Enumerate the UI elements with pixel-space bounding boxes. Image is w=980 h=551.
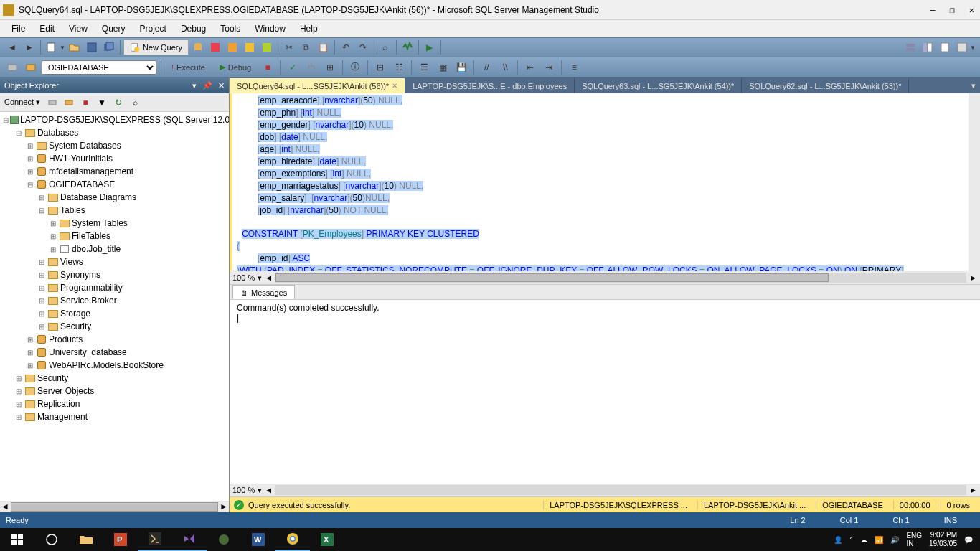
template-explorer-button[interactable] xyxy=(937,39,953,55)
results-text-button[interactable]: ☰ xyxy=(416,60,432,75)
xmla-query-button[interactable] xyxy=(259,39,275,55)
save-button[interactable] xyxy=(84,39,100,55)
tree-management[interactable]: ⊞Management xyxy=(0,410,229,423)
stop-icon[interactable]: ■ xyxy=(78,95,93,110)
start-button[interactable] xyxy=(0,528,34,551)
save-all-button[interactable] xyxy=(101,39,117,55)
people-icon[interactable]: 👤 xyxy=(834,536,842,544)
display-plan-button[interactable] xyxy=(303,60,319,75)
tree-university[interactable]: ⊞University_database xyxy=(0,346,229,359)
results-file-button[interactable]: 💾 xyxy=(453,60,469,75)
debug-button[interactable]: ▶ Debug xyxy=(214,60,257,75)
tree-jobtitle[interactable]: ⊞dbo.Job_title xyxy=(0,242,229,255)
clock[interactable]: 9:02 PM19/03/05 xyxy=(929,531,957,548)
wifi-icon[interactable]: 📶 xyxy=(875,536,883,544)
database-selector[interactable]: OGIEDATABASE xyxy=(42,60,156,75)
menu-query[interactable]: Query xyxy=(96,22,131,35)
menu-file[interactable]: File xyxy=(6,22,31,35)
tree-system-databases[interactable]: ⊞System Databases xyxy=(0,139,229,152)
include-stats-button[interactable]: ☷ xyxy=(391,60,407,75)
menu-debug[interactable]: Debug xyxy=(175,22,212,35)
editor-hscroll[interactable] xyxy=(275,273,966,283)
nav-fwd-button[interactable]: ► xyxy=(22,39,37,55)
paste-button[interactable]: 📋 xyxy=(316,39,331,55)
tab-overflow-icon[interactable]: ▾ xyxy=(967,78,980,93)
find-button[interactable]: ⌕ xyxy=(377,39,393,55)
tree-serverobj[interactable]: ⊞Server Objects xyxy=(0,385,229,397)
connect-icon[interactable] xyxy=(45,95,60,110)
tab-query62[interactable]: SQLQuery62.sql - L...SG5JEJK\Ankit (53))… xyxy=(742,78,909,93)
activity-monitor-button[interactable] xyxy=(400,39,415,55)
redo-button[interactable]: ↷ xyxy=(355,39,371,55)
close-button[interactable]: ✕ xyxy=(969,5,974,15)
search-icon[interactable]: ⌕ xyxy=(128,95,142,110)
analysis-query-button[interactable] xyxy=(207,39,223,55)
tree-filetables[interactable]: ⊞FileTables xyxy=(0,230,229,242)
tree-programmability[interactable]: ⊞Programmability xyxy=(0,281,229,294)
tree-synonyms[interactable]: ⊞Synonyms xyxy=(0,268,229,281)
messages-tab[interactable]: 🗎Messages xyxy=(232,285,295,299)
change-connection-button[interactable] xyxy=(4,60,20,75)
disconnect-icon[interactable] xyxy=(62,95,76,110)
registered-servers-button[interactable] xyxy=(903,39,918,55)
available-db-button[interactable] xyxy=(23,60,39,75)
messages-output[interactable]: Command(s) completed successfully. | xyxy=(230,300,980,484)
tree-webapi[interactable]: ⊞WebAPIRc.Models.BookStore xyxy=(0,359,229,372)
tree-tables[interactable]: ⊟Tables xyxy=(0,204,229,217)
code-content[interactable]: [emp_areacode] [nvarchar](50) NULL, [emp… xyxy=(232,93,969,271)
decrease-indent-button[interactable]: ⇤ xyxy=(522,60,538,75)
panel-dropdown-icon[interactable]: ▾ xyxy=(192,81,197,90)
refresh-icon[interactable]: ↻ xyxy=(111,95,126,110)
chrome-task[interactable] xyxy=(275,528,310,551)
parse-button[interactable]: ✓ xyxy=(285,60,301,75)
start-button[interactable]: ▶ xyxy=(422,39,438,55)
tray-chevron-icon[interactable]: ˄ xyxy=(849,536,853,544)
tab-employees[interactable]: LAPTOP-DSG5JEJK\S...E - dbo.Employees xyxy=(405,78,575,93)
new-project-button[interactable] xyxy=(44,39,60,55)
maximize-button[interactable]: ❐ xyxy=(950,5,955,15)
panel-close-icon[interactable]: ✕ xyxy=(218,81,225,90)
tree-databases[interactable]: ⊟Databases xyxy=(0,126,229,139)
tree-server-root[interactable]: ⊟LAPTOP-DSG5JEJK\SQLEXPRESS (SQL Server … xyxy=(0,113,229,126)
tree-security[interactable]: ⊞Security xyxy=(0,372,229,385)
comment-button[interactable]: // xyxy=(479,60,494,75)
db-engine-query-button[interactable] xyxy=(190,39,206,55)
tab-query64[interactable]: SQLQuery64.sql - L...SG5JEJK\Ankit (56))… xyxy=(230,78,405,93)
messages-zoom-level[interactable]: 100 % xyxy=(232,486,255,494)
intellisense-button[interactable]: ⓘ xyxy=(347,60,363,75)
nav-back-button[interactable]: ◄ xyxy=(4,39,20,55)
execute-button[interactable]: ! Execute xyxy=(166,60,211,75)
obj-explorer-scrollbar[interactable]: ◄► xyxy=(0,501,229,512)
tree-replication[interactable]: ⊞Replication xyxy=(0,397,229,410)
tree-mfd[interactable]: ⊞mfdetailsmanagement xyxy=(0,165,229,178)
open-button[interactable] xyxy=(67,39,83,55)
include-plan-button[interactable]: ⊟ xyxy=(372,60,388,75)
results-grid-button[interactable]: ▦ xyxy=(435,60,451,75)
minimize-button[interactable]: — xyxy=(930,5,935,15)
uncomment-button[interactable]: \\ xyxy=(497,60,513,75)
messages-hscroll[interactable] xyxy=(275,485,966,495)
zoom-level[interactable]: 100 % xyxy=(232,273,255,282)
query-options-button[interactable]: ⊞ xyxy=(322,60,338,75)
new-query-button[interactable]: New Query xyxy=(123,39,189,55)
object-explorer-button[interactable] xyxy=(920,39,936,55)
pin-icon[interactable]: 📌 xyxy=(202,81,212,90)
tree-hw1[interactable]: ⊞HW1-YourInitials xyxy=(0,152,229,165)
code-editor[interactable]: [emp_areacode] [nvarchar](50) NULL, [emp… xyxy=(230,93,980,512)
copy-button[interactable]: ⧉ xyxy=(298,39,314,55)
undo-button[interactable]: ↶ xyxy=(338,39,354,55)
tree-ogie[interactable]: ⊟OGIEDATABASE xyxy=(0,178,229,191)
word-task[interactable]: W xyxy=(241,528,275,551)
specify-values-button[interactable]: ≡ xyxy=(566,60,582,75)
action-center-icon[interactable]: 💬 xyxy=(964,536,973,544)
cut-button[interactable]: ✂ xyxy=(281,39,297,55)
menu-edit[interactable]: Edit xyxy=(34,22,60,35)
cancel-query-button[interactable]: ■ xyxy=(260,60,275,75)
volume-icon[interactable]: 🔊 xyxy=(890,536,899,544)
unknown-task[interactable] xyxy=(207,528,241,551)
menu-window[interactable]: Window xyxy=(249,22,291,35)
tree-storage[interactable]: ⊞Storage xyxy=(0,307,229,320)
increase-indent-button[interactable]: ⇥ xyxy=(541,60,557,75)
powerpoint-task[interactable]: P xyxy=(103,528,138,551)
tab-close-icon[interactable]: ✕ xyxy=(392,82,397,90)
